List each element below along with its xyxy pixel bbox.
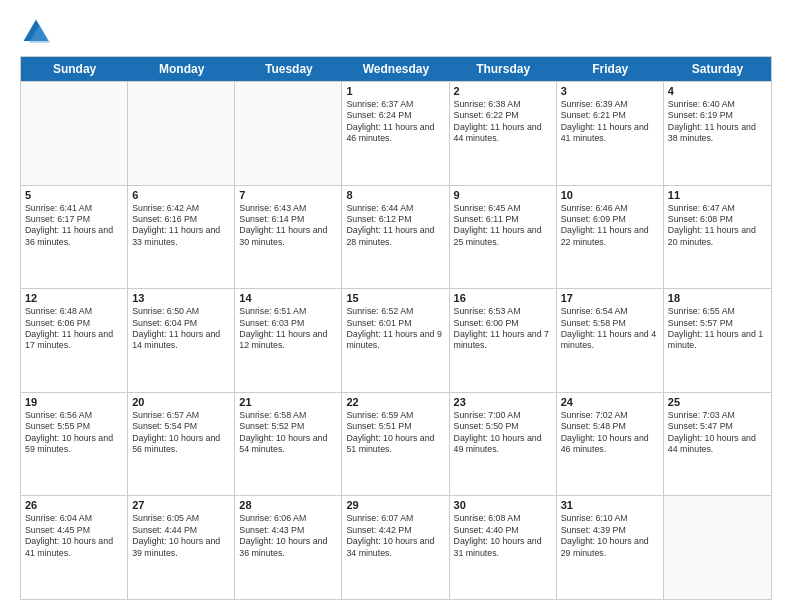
calendar-row-1: 5Sunrise: 6:41 AM Sunset: 6:17 PM Daylig…: [21, 185, 771, 289]
day-cell-6: 6Sunrise: 6:42 AM Sunset: 6:16 PM Daylig…: [128, 186, 235, 289]
day-info: Sunrise: 6:50 AM Sunset: 6:04 PM Dayligh…: [132, 306, 230, 352]
day-info: Sunrise: 6:06 AM Sunset: 4:43 PM Dayligh…: [239, 513, 337, 559]
day-number: 10: [561, 189, 659, 201]
day-cell-3: 3Sunrise: 6:39 AM Sunset: 6:21 PM Daylig…: [557, 82, 664, 185]
day-number: 21: [239, 396, 337, 408]
day-cell-21: 21Sunrise: 6:58 AM Sunset: 5:52 PM Dayli…: [235, 393, 342, 496]
day-info: Sunrise: 6:57 AM Sunset: 5:54 PM Dayligh…: [132, 410, 230, 456]
day-cell-20: 20Sunrise: 6:57 AM Sunset: 5:54 PM Dayli…: [128, 393, 235, 496]
day-number: 9: [454, 189, 552, 201]
day-info: Sunrise: 6:54 AM Sunset: 5:58 PM Dayligh…: [561, 306, 659, 352]
day-info: Sunrise: 6:40 AM Sunset: 6:19 PM Dayligh…: [668, 99, 767, 145]
weekday-header-wednesday: Wednesday: [342, 57, 449, 81]
day-number: 7: [239, 189, 337, 201]
day-number: 26: [25, 499, 123, 511]
day-cell-30: 30Sunrise: 6:08 AM Sunset: 4:40 PM Dayli…: [450, 496, 557, 599]
day-info: Sunrise: 6:47 AM Sunset: 6:08 PM Dayligh…: [668, 203, 767, 249]
day-number: 1: [346, 85, 444, 97]
header: [20, 16, 772, 48]
day-info: Sunrise: 6:56 AM Sunset: 5:55 PM Dayligh…: [25, 410, 123, 456]
calendar-row-4: 26Sunrise: 6:04 AM Sunset: 4:45 PM Dayli…: [21, 495, 771, 599]
day-cell-1: 1Sunrise: 6:37 AM Sunset: 6:24 PM Daylig…: [342, 82, 449, 185]
day-info: Sunrise: 6:55 AM Sunset: 5:57 PM Dayligh…: [668, 306, 767, 352]
day-cell-19: 19Sunrise: 6:56 AM Sunset: 5:55 PM Dayli…: [21, 393, 128, 496]
day-info: Sunrise: 6:53 AM Sunset: 6:00 PM Dayligh…: [454, 306, 552, 352]
calendar-row-0: 1Sunrise: 6:37 AM Sunset: 6:24 PM Daylig…: [21, 81, 771, 185]
day-info: Sunrise: 6:08 AM Sunset: 4:40 PM Dayligh…: [454, 513, 552, 559]
day-info: Sunrise: 6:41 AM Sunset: 6:17 PM Dayligh…: [25, 203, 123, 249]
day-cell-15: 15Sunrise: 6:52 AM Sunset: 6:01 PM Dayli…: [342, 289, 449, 392]
calendar: SundayMondayTuesdayWednesdayThursdayFrid…: [20, 56, 772, 600]
day-info: Sunrise: 6:10 AM Sunset: 4:39 PM Dayligh…: [561, 513, 659, 559]
day-number: 30: [454, 499, 552, 511]
day-cell-11: 11Sunrise: 6:47 AM Sunset: 6:08 PM Dayli…: [664, 186, 771, 289]
weekday-header-friday: Friday: [557, 57, 664, 81]
day-info: Sunrise: 6:46 AM Sunset: 6:09 PM Dayligh…: [561, 203, 659, 249]
day-cell-26: 26Sunrise: 6:04 AM Sunset: 4:45 PM Dayli…: [21, 496, 128, 599]
weekday-header-monday: Monday: [128, 57, 235, 81]
day-cell-18: 18Sunrise: 6:55 AM Sunset: 5:57 PM Dayli…: [664, 289, 771, 392]
day-number: 25: [668, 396, 767, 408]
day-number: 13: [132, 292, 230, 304]
day-number: 28: [239, 499, 337, 511]
day-info: Sunrise: 6:43 AM Sunset: 6:14 PM Dayligh…: [239, 203, 337, 249]
day-cell-17: 17Sunrise: 6:54 AM Sunset: 5:58 PM Dayli…: [557, 289, 664, 392]
day-number: 31: [561, 499, 659, 511]
calendar-body: 1Sunrise: 6:37 AM Sunset: 6:24 PM Daylig…: [21, 81, 771, 599]
day-info: Sunrise: 6:39 AM Sunset: 6:21 PM Dayligh…: [561, 99, 659, 145]
day-cell-9: 9Sunrise: 6:45 AM Sunset: 6:11 PM Daylig…: [450, 186, 557, 289]
day-number: 14: [239, 292, 337, 304]
logo-icon: [20, 16, 52, 48]
weekday-header-tuesday: Tuesday: [235, 57, 342, 81]
calendar-header: SundayMondayTuesdayWednesdayThursdayFrid…: [21, 57, 771, 81]
day-info: Sunrise: 7:02 AM Sunset: 5:48 PM Dayligh…: [561, 410, 659, 456]
day-info: Sunrise: 6:38 AM Sunset: 6:22 PM Dayligh…: [454, 99, 552, 145]
day-number: 3: [561, 85, 659, 97]
day-number: 23: [454, 396, 552, 408]
day-cell-29: 29Sunrise: 6:07 AM Sunset: 4:42 PM Dayli…: [342, 496, 449, 599]
day-number: 20: [132, 396, 230, 408]
day-number: 11: [668, 189, 767, 201]
day-number: 2: [454, 85, 552, 97]
day-info: Sunrise: 6:44 AM Sunset: 6:12 PM Dayligh…: [346, 203, 444, 249]
day-cell-31: 31Sunrise: 6:10 AM Sunset: 4:39 PM Dayli…: [557, 496, 664, 599]
day-info: Sunrise: 6:48 AM Sunset: 6:06 PM Dayligh…: [25, 306, 123, 352]
page: SundayMondayTuesdayWednesdayThursdayFrid…: [0, 0, 792, 612]
day-cell-27: 27Sunrise: 6:05 AM Sunset: 4:44 PM Dayli…: [128, 496, 235, 599]
day-cell-empty-0-1: [128, 82, 235, 185]
day-cell-13: 13Sunrise: 6:50 AM Sunset: 6:04 PM Dayli…: [128, 289, 235, 392]
day-cell-8: 8Sunrise: 6:44 AM Sunset: 6:12 PM Daylig…: [342, 186, 449, 289]
day-cell-24: 24Sunrise: 7:02 AM Sunset: 5:48 PM Dayli…: [557, 393, 664, 496]
calendar-row-3: 19Sunrise: 6:56 AM Sunset: 5:55 PM Dayli…: [21, 392, 771, 496]
day-cell-2: 2Sunrise: 6:38 AM Sunset: 6:22 PM Daylig…: [450, 82, 557, 185]
day-info: Sunrise: 6:59 AM Sunset: 5:51 PM Dayligh…: [346, 410, 444, 456]
day-cell-empty-4-6: [664, 496, 771, 599]
day-info: Sunrise: 6:52 AM Sunset: 6:01 PM Dayligh…: [346, 306, 444, 352]
day-number: 29: [346, 499, 444, 511]
day-info: Sunrise: 6:42 AM Sunset: 6:16 PM Dayligh…: [132, 203, 230, 249]
day-cell-4: 4Sunrise: 6:40 AM Sunset: 6:19 PM Daylig…: [664, 82, 771, 185]
calendar-row-2: 12Sunrise: 6:48 AM Sunset: 6:06 PM Dayli…: [21, 288, 771, 392]
day-info: Sunrise: 6:04 AM Sunset: 4:45 PM Dayligh…: [25, 513, 123, 559]
day-number: 27: [132, 499, 230, 511]
day-number: 16: [454, 292, 552, 304]
day-info: Sunrise: 6:05 AM Sunset: 4:44 PM Dayligh…: [132, 513, 230, 559]
weekday-header-sunday: Sunday: [21, 57, 128, 81]
day-number: 4: [668, 85, 767, 97]
day-cell-12: 12Sunrise: 6:48 AM Sunset: 6:06 PM Dayli…: [21, 289, 128, 392]
weekday-header-thursday: Thursday: [450, 57, 557, 81]
day-number: 8: [346, 189, 444, 201]
day-cell-22: 22Sunrise: 6:59 AM Sunset: 5:51 PM Dayli…: [342, 393, 449, 496]
day-number: 12: [25, 292, 123, 304]
day-number: 18: [668, 292, 767, 304]
day-info: Sunrise: 7:03 AM Sunset: 5:47 PM Dayligh…: [668, 410, 767, 456]
day-cell-empty-0-2: [235, 82, 342, 185]
day-info: Sunrise: 6:45 AM Sunset: 6:11 PM Dayligh…: [454, 203, 552, 249]
day-cell-10: 10Sunrise: 6:46 AM Sunset: 6:09 PM Dayli…: [557, 186, 664, 289]
day-info: Sunrise: 6:51 AM Sunset: 6:03 PM Dayligh…: [239, 306, 337, 352]
day-number: 6: [132, 189, 230, 201]
day-number: 19: [25, 396, 123, 408]
day-info: Sunrise: 6:37 AM Sunset: 6:24 PM Dayligh…: [346, 99, 444, 145]
weekday-header-saturday: Saturday: [664, 57, 771, 81]
day-cell-23: 23Sunrise: 7:00 AM Sunset: 5:50 PM Dayli…: [450, 393, 557, 496]
